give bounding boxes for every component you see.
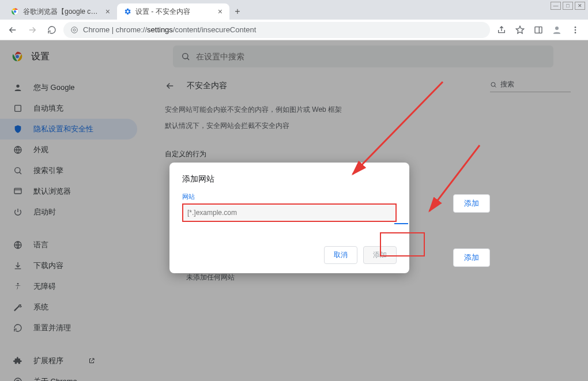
back-button[interactable] (5, 22, 21, 38)
tab-chrome-homepage[interactable]: 谷歌浏览器【google chrome】 × (5, 3, 117, 20)
close-tab-icon[interactable]: × (104, 7, 111, 16)
tab-title: 设置 - 不安全内容 (135, 7, 213, 17)
kebab-menu-icon[interactable] (567, 22, 583, 38)
window-controls: — □ ✕ (551, 2, 585, 10)
input-focus-indicator (394, 223, 408, 224)
gear-icon (123, 7, 132, 16)
profile-avatar-icon[interactable] (549, 22, 565, 38)
share-icon[interactable] (493, 22, 510, 38)
svg-rect-4 (535, 27, 542, 33)
add-site-allowed-button[interactable]: 添加 (453, 194, 490, 213)
bookmark-star-icon[interactable] (512, 22, 528, 38)
new-tab-button[interactable]: + (229, 3, 246, 20)
forward-button[interactable] (24, 22, 40, 38)
add-site-blocked-button[interactable]: 添加 (453, 248, 490, 267)
url-bar[interactable]: Chrome | chrome://settings/content/insec… (63, 22, 490, 38)
add-site-dialog: 添加网站 网站 取消 添加 (169, 163, 409, 273)
svg-point-2 (71, 27, 78, 33)
dialog-title: 添加网站 (182, 174, 397, 184)
toolbar: Chrome | chrome://settings/content/insec… (0, 20, 588, 40)
chrome-icon (10, 7, 20, 16)
chrome-icon (70, 26, 78, 34)
close-window-button[interactable]: ✕ (575, 2, 585, 10)
minimize-button[interactable]: — (551, 2, 561, 10)
side-panel-icon[interactable] (530, 22, 546, 38)
svg-point-6 (575, 27, 576, 28)
svg-point-5 (555, 27, 559, 30)
reload-button[interactable] (44, 22, 60, 38)
dialog-input-highlight (182, 203, 397, 222)
dialog-site-input[interactable] (184, 205, 395, 220)
maximize-button[interactable]: □ (563, 2, 573, 10)
svg-point-3 (73, 28, 76, 31)
tab-title: 谷歌浏览器【google chrome】 (23, 7, 101, 17)
dialog-field-label: 网站 (182, 193, 397, 201)
svg-point-8 (575, 32, 576, 33)
dialog-confirm-button[interactable]: 添加 (363, 246, 397, 264)
url-text: Chrome | chrome://settings/content/insec… (83, 25, 256, 34)
tab-settings[interactable]: 设置 - 不安全内容 × (117, 3, 229, 20)
svg-point-7 (575, 29, 576, 31)
no-sites-text: 未添加任何网站 (186, 273, 235, 282)
svg-point-1 (14, 10, 17, 13)
tab-strip: 谷歌浏览器【google chrome】 × 设置 - 不安全内容 × + (0, 0, 588, 20)
toolbar-right (493, 22, 583, 38)
close-tab-icon[interactable]: × (217, 7, 224, 16)
dialog-cancel-button[interactable]: 取消 (324, 246, 357, 264)
